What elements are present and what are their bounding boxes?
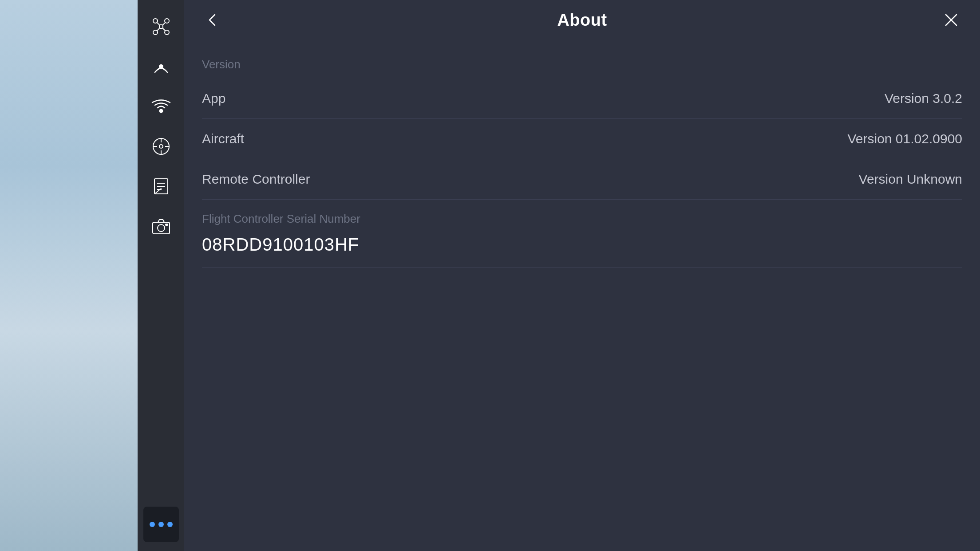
svg-point-22: [158, 224, 165, 232]
dot-3: [167, 522, 173, 527]
remote-controller-label: Remote Controller: [202, 172, 310, 187]
svg-point-1: [165, 19, 169, 23]
dot-2: [158, 522, 164, 527]
content-area: Version App Version 3.0.2 Aircraft Versi…: [184, 40, 980, 551]
sidebar-item-checklist[interactable]: [143, 169, 179, 204]
svg-line-5: [163, 23, 165, 25]
svg-point-2: [153, 30, 158, 35]
app-version-row: App Version 3.0.2: [202, 79, 962, 119]
svg-point-0: [153, 19, 158, 23]
svg-rect-23: [166, 224, 168, 225]
back-icon: [205, 12, 221, 28]
header: About: [184, 0, 980, 40]
checklist-icon: [151, 176, 171, 197]
signal-icon: [151, 56, 171, 77]
svg-line-6: [157, 28, 159, 31]
page-title: About: [557, 11, 607, 30]
background: [0, 0, 138, 551]
sidebar-item-compass[interactable]: [143, 129, 179, 164]
app-value: Version 3.0.2: [885, 91, 962, 106]
version-section-label: Version: [202, 49, 962, 79]
aircraft-value: Version 01.02.0900: [847, 131, 962, 146]
drone-icon: [151, 16, 171, 37]
serial-section-label: Flight Controller Serial Number: [202, 212, 962, 226]
compass-icon: [151, 136, 171, 157]
wifi-icon: [151, 96, 171, 117]
svg-point-12: [159, 145, 163, 148]
serial-number-section: Flight Controller Serial Number 08RDD910…: [202, 200, 962, 268]
main-panel: About Version App Version 3.0.2 Aircraft…: [184, 0, 980, 551]
sidebar-item-more[interactable]: [143, 507, 179, 542]
close-icon: [942, 11, 960, 29]
aircraft-label: Aircraft: [202, 131, 244, 146]
back-button[interactable]: [202, 9, 224, 31]
sidebar-item-drone[interactable]: [143, 9, 179, 44]
svg-point-10: [159, 110, 162, 113]
aircraft-version-row: Aircraft Version 01.02.0900: [202, 119, 962, 159]
svg-line-4: [157, 23, 159, 25]
sidebar-item-camera[interactable]: [143, 209, 179, 244]
camera-icon: [151, 216, 171, 236]
sidebar-item-signal[interactable]: [143, 49, 179, 84]
dot-1: [150, 522, 155, 527]
svg-point-3: [165, 30, 169, 35]
serial-number-value: 08RDD9100103HF: [202, 235, 962, 255]
svg-rect-8: [159, 25, 163, 28]
remote-controller-version-row: Remote Controller Version Unknown: [202, 159, 962, 200]
remote-controller-value: Version Unknown: [859, 172, 962, 187]
close-button[interactable]: [940, 9, 962, 31]
svg-line-7: [163, 28, 165, 31]
sidebar: [138, 0, 184, 551]
more-dots: [150, 522, 173, 527]
sidebar-item-wifi[interactable]: [143, 89, 179, 124]
app-label: App: [202, 91, 225, 106]
